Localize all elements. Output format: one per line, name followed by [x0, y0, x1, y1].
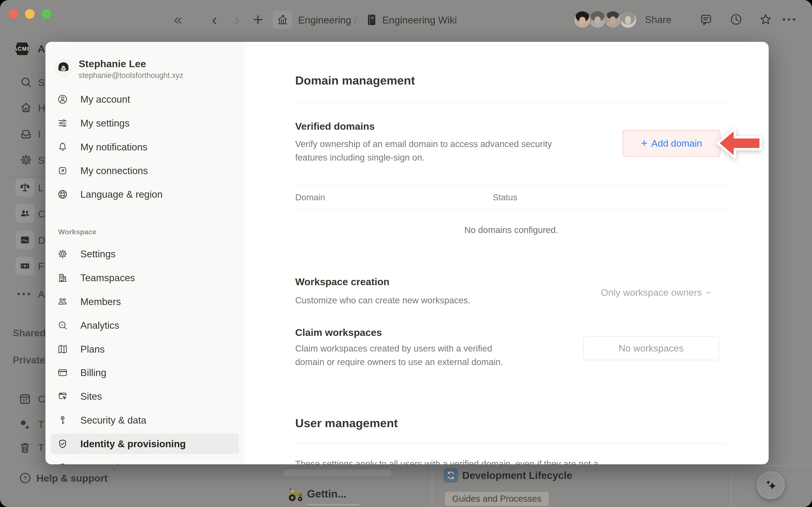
sidebar-item-sites[interactable]: Sites — [51, 386, 239, 406]
workspace-name[interactable]: A — [38, 42, 45, 55]
sidebar-collapse-icon[interactable]: « — [174, 0, 182, 39]
sidebar-section-shared[interactable]: Shared — [13, 326, 46, 340]
breadcrumb-page[interactable]: Engineering Wiki — [382, 14, 457, 26]
avatar[interactable] — [619, 11, 637, 29]
settings-dialog: Stephanie Lee stephanie@toolsforthought.… — [45, 42, 769, 464]
trash-icon[interactable] — [18, 441, 32, 454]
teamspace-item[interactable]: A — [38, 287, 45, 301]
settings-sidebar: Stephanie Lee stephanie@toolsforthought.… — [45, 42, 245, 464]
sidebar-item-search[interactable]: S — [38, 76, 45, 89]
help-icon[interactable]: ? — [18, 471, 32, 485]
search-icon[interactable] — [19, 76, 33, 89]
browser-cursor-icon — [56, 386, 69, 406]
favorite-star-icon[interactable] — [759, 0, 772, 39]
templates-shapes-icon[interactable] — [18, 417, 32, 431]
inbox-icon[interactable] — [19, 127, 33, 140]
sidebar-item-members[interactable]: Members — [51, 291, 239, 312]
breadcrumb: Engineering / Engineering Wiki — [273, 10, 457, 30]
sidebar-item-calendar[interactable]: C — [38, 392, 45, 406]
svg-text:?: ? — [23, 475, 27, 482]
table-header-status: Status — [493, 185, 517, 209]
sidebar-item-templates[interactable]: T — [38, 417, 44, 431]
sidebar-item-home[interactable]: H — [38, 101, 45, 114]
more-options-icon[interactable]: ••• — [782, 0, 798, 39]
section-divider — [295, 443, 727, 444]
claim-workspaces-description-line1: Claim workspaces created by users with a… — [295, 342, 503, 355]
minimize-window-button[interactable] — [25, 9, 35, 19]
annotation-arrow — [715, 126, 764, 161]
lifecycle-sync-icon — [444, 468, 458, 483]
card-title[interactable]: Development Lifecycle — [462, 468, 572, 483]
share-button[interactable]: Share — [645, 0, 671, 39]
sidebar-item-my-notifications[interactable]: My notifications — [51, 137, 239, 157]
map-icon — [56, 339, 69, 359]
column-divider — [731, 466, 731, 507]
help-support-label[interactable]: Help & support — [36, 471, 108, 485]
teamspace-item[interactable]: F — [38, 260, 44, 273]
sidebar-item-inbox[interactable]: I — [38, 127, 41, 141]
teamspace-photo-icon[interactable] — [16, 231, 34, 249]
workspace-logo[interactable]: ACME — [13, 42, 31, 55]
teamspace-item[interactable]: C — [38, 207, 45, 221]
key-icon — [56, 410, 69, 430]
sidebar-item-trash[interactable]: T — [38, 441, 44, 454]
sidebar-item-billing[interactable]: Billing — [51, 362, 239, 383]
claim-workspaces-description-line2: domain or require owners to use an exter… — [295, 355, 503, 369]
add-domain-button[interactable]: + Add domain — [622, 130, 720, 157]
sidebar-item-settings[interactable]: S — [38, 153, 45, 167]
home-icon[interactable] — [19, 101, 33, 114]
zoom-window-button[interactable] — [42, 9, 51, 19]
sidebar-divider — [8, 177, 45, 177]
sidebar-item-my-settings[interactable]: My settings — [51, 113, 239, 133]
sidebar-section-private[interactable]: Private — [13, 353, 45, 367]
no-workspaces-button[interactable]: No workspaces — [583, 336, 719, 360]
sidebar-item-my-connections[interactable]: My connections — [51, 161, 239, 181]
globe-icon — [56, 184, 69, 205]
breadcrumb-separator: / — [354, 14, 357, 26]
teamspace-banknote-icon[interactable] — [16, 257, 34, 275]
verified-domains-heading: Verified domains — [295, 120, 375, 132]
sidebar-item-security-data[interactable]: Security & data — [51, 410, 239, 430]
credit-card-icon — [56, 362, 69, 383]
workspace-creation-dropdown[interactable]: Only workspace owners — [295, 285, 712, 300]
new-page-icon[interactable]: + — [253, 0, 263, 39]
workspace-section-header: Workspace — [58, 225, 96, 238]
forward-icon[interactable]: › — [234, 0, 240, 39]
user-name: Stephanie Lee — [79, 58, 146, 69]
sidebar-item-analytics[interactable]: Analytics — [51, 315, 239, 335]
sidebar-item-identity-provisioning[interactable]: Identity & provisioning — [51, 434, 239, 454]
more-teamspaces-icon[interactable]: ••• — [17, 287, 32, 300]
sidebar-item-my-account[interactable]: My account — [51, 89, 239, 109]
teamspace-item[interactable]: L — [38, 181, 44, 194]
avatar[interactable] — [589, 11, 606, 29]
page-tab-getting-started[interactable]: Gettin... — [307, 486, 346, 502]
verified-domains-description-line2: features including single-sign on. — [295, 151, 552, 164]
close-window-button[interactable] — [9, 9, 18, 19]
sidebar-item-teamspaces[interactable]: Teamspaces — [51, 268, 239, 288]
avatar[interactable] — [604, 11, 622, 29]
sidebar-item-plans[interactable]: Plans — [51, 339, 239, 359]
teamspace-scales-icon[interactable] — [16, 178, 34, 197]
sidebar-item-language-region[interactable]: Language & region — [51, 184, 239, 205]
shield-check-icon — [56, 434, 69, 454]
avatar[interactable] — [573, 11, 591, 29]
updates-clock-icon[interactable] — [729, 0, 743, 39]
comments-icon[interactable] — [699, 0, 713, 39]
table-empty-message: No domains configured. — [295, 223, 727, 237]
app-window: « ‹ › + Engineering / Engineering Wiki S… — [0, 0, 812, 507]
teamspace-people-icon[interactable] — [16, 204, 34, 223]
column-divider — [432, 466, 432, 507]
teamspace-item[interactable]: D — [38, 233, 45, 247]
ai-sparkle-button[interactable] — [757, 471, 784, 499]
tractor-emoji — [287, 486, 305, 502]
arrow-up-right-square-icon — [56, 161, 69, 181]
sidebar-item-connections[interactable]: Connections — [51, 458, 239, 464]
verified-domains-description-line1: Verify ownership of an email domain to a… — [295, 137, 552, 151]
teamspace-building-icon[interactable] — [273, 11, 292, 29]
chevron-down-icon — [705, 289, 712, 296]
sidebar-item-settings[interactable]: Settings — [51, 244, 239, 264]
calendar-icon[interactable]: 17 — [18, 392, 32, 406]
back-icon[interactable]: ‹ — [212, 0, 217, 39]
breadcrumb-teamspace[interactable]: Engineering — [298, 14, 351, 26]
settings-gear-icon[interactable] — [19, 153, 33, 166]
